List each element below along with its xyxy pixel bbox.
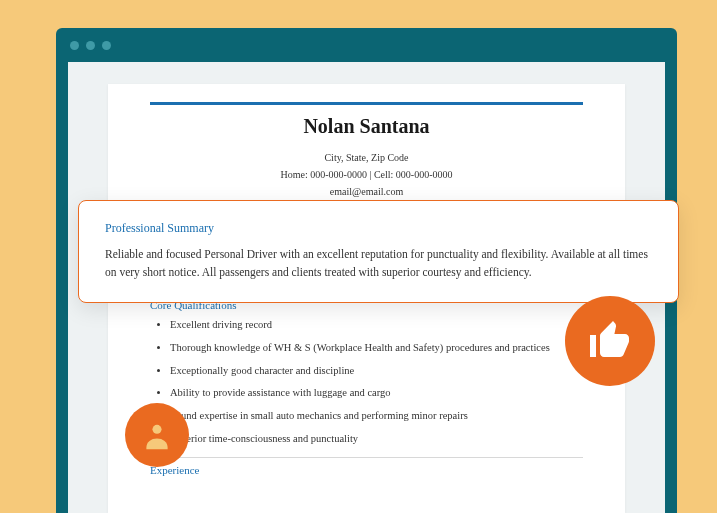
header-rule — [150, 102, 583, 105]
section-title-experience: Experience — [150, 464, 583, 476]
qualifications-list: Excellent driving record Thorough knowle… — [150, 317, 583, 447]
titlebar — [56, 28, 677, 62]
window-control-icon — [70, 41, 79, 50]
window-control-icon — [102, 41, 111, 50]
resume-name: Nolan Santana — [150, 115, 583, 138]
list-item: Thorough knowledge of WH & S (Workplace … — [170, 340, 583, 356]
list-item: Ability to provide assistance with lugga… — [170, 385, 583, 401]
list-item: Sound expertise in small auto mechanics … — [170, 408, 583, 424]
contact-phones: Home: 000-000-0000 | Cell: 000-000-0000 — [150, 169, 583, 180]
svg-point-0 — [152, 425, 161, 434]
list-item: Superior time-consciousness and punctual… — [170, 431, 583, 447]
person-icon — [125, 403, 189, 467]
section-title-summary: Professional Summary — [105, 221, 652, 236]
decorative-bg — [0, 0, 56, 513]
contact-address: City, State, Zip Code — [150, 152, 583, 163]
contact-email: email@email.com — [150, 186, 583, 197]
summary-body: Reliable and focused Personal Driver wit… — [105, 246, 652, 282]
list-item: Exceptionally good character and discipl… — [170, 363, 583, 379]
thumbs-up-icon — [565, 296, 655, 386]
divider — [150, 457, 583, 458]
window-control-icon — [86, 41, 95, 50]
list-item: Excellent driving record — [170, 317, 583, 333]
summary-highlight-card: Professional Summary Reliable and focuse… — [78, 200, 679, 303]
